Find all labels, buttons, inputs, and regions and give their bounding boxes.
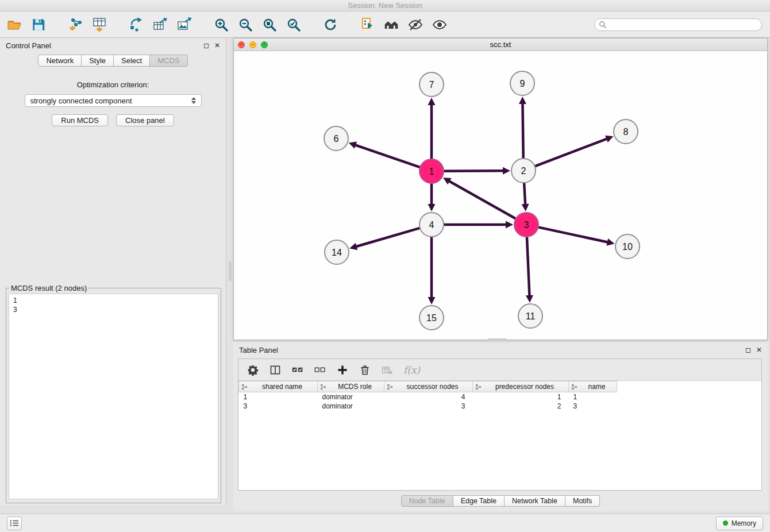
- graph-edge-2-3[interactable]: [524, 183, 525, 206]
- graph-node-label: 7: [429, 80, 434, 90]
- search-input[interactable]: [610, 21, 757, 29]
- select-all-columns-icon[interactable]: [291, 364, 304, 376]
- close-table-panel-icon[interactable]: ✕: [756, 346, 762, 353]
- table-panel-title: Table Panel: [239, 346, 278, 354]
- column-header-name[interactable]: name: [569, 381, 617, 392]
- table-cell: 4: [384, 392, 473, 402]
- tab-style[interactable]: Style: [82, 55, 114, 67]
- unselect-all-columns-icon[interactable]: [314, 364, 326, 376]
- export-network-icon[interactable]: [128, 16, 145, 33]
- window-title: Session: New Session: [348, 1, 422, 10]
- graph-node-11[interactable]: 11: [518, 304, 542, 328]
- function-builder-icon[interactable]: f(x): [403, 364, 420, 376]
- mcds-result-textarea[interactable]: 1 3: [9, 294, 218, 499]
- graph-node-label: 8: [623, 127, 629, 137]
- column-header-successor-nodes[interactable]: successor nodes: [384, 381, 473, 392]
- show-graphics-details-icon[interactable]: [431, 16, 448, 33]
- export-table-icon[interactable]: [152, 16, 169, 33]
- graph-edge-1-2[interactable]: [444, 171, 505, 171]
- network-canvas-area[interactable]: 7968124314101511: [234, 51, 767, 340]
- graph-edge-3-1[interactable]: [448, 180, 515, 218]
- maximize-window-icon[interactable]: +: [261, 41, 268, 48]
- hide-graphics-details-icon[interactable]: [407, 16, 424, 33]
- graph-node-15[interactable]: 15: [419, 306, 444, 330]
- float-table-panel-icon[interactable]: ◻: [745, 346, 751, 353]
- vertical-splitter-grip[interactable]: [229, 261, 232, 281]
- optimization-criterion-select[interactable]: strongly connected component: [25, 94, 202, 107]
- zoom-fit-content-icon[interactable]: [261, 16, 278, 33]
- column-header-predecessor-nodes[interactable]: predecessor nodes: [473, 381, 569, 392]
- network-view-window: scc.txt × − + 7968124314101511: [233, 38, 768, 340]
- zoom-out-icon[interactable]: [237, 16, 254, 33]
- window-titlebar: Session: New Session: [0, 0, 770, 11]
- column-type-icon: [571, 384, 578, 390]
- graph-node-1[interactable]: 1: [419, 159, 444, 183]
- close-panel-button[interactable]: Close panel: [116, 114, 174, 126]
- horizontal-splitter-grip[interactable]: [487, 338, 507, 341]
- save-session-icon[interactable]: [30, 16, 47, 33]
- tab-edge-table[interactable]: Edge Table: [453, 495, 505, 507]
- tab-mcds[interactable]: MCDS: [150, 55, 187, 67]
- close-window-icon[interactable]: ×: [238, 41, 245, 48]
- tab-node-table[interactable]: Node Table: [401, 495, 453, 507]
- tab-network[interactable]: Network: [38, 55, 82, 67]
- open-file-icon[interactable]: [6, 16, 23, 33]
- refresh-view-icon[interactable]: [322, 16, 339, 33]
- tab-select[interactable]: Select: [114, 55, 150, 67]
- node-table-wrap: shared name MCDS role successor nodes pr…: [238, 381, 761, 490]
- graph-node-14[interactable]: 14: [325, 240, 349, 264]
- import-table-from-file-icon[interactable]: [91, 16, 108, 33]
- graph-edge-3-10[interactable]: [539, 228, 609, 242]
- graph-edge-4-14[interactable]: [355, 228, 419, 247]
- minimize-window-icon[interactable]: −: [249, 41, 256, 48]
- tab-motifs[interactable]: Motifs: [565, 495, 600, 507]
- graph-node-4[interactable]: 4: [419, 213, 444, 237]
- graph-edge-1-6[interactable]: [354, 145, 419, 167]
- delete-column-icon[interactable]: [359, 364, 371, 376]
- graph-node-8[interactable]: 8: [614, 119, 638, 144]
- graph-node-label: 4: [429, 220, 434, 230]
- graph-node-6[interactable]: 6: [324, 126, 348, 151]
- table-row[interactable]: 3dominator323: [239, 402, 617, 411]
- import-network-from-file-icon[interactable]: [67, 16, 84, 33]
- zoom-selected-icon[interactable]: [285, 16, 302, 33]
- graph-node-9[interactable]: 9: [510, 71, 534, 95]
- table-cell: dominator: [318, 392, 384, 402]
- column-type-icon: [320, 384, 326, 390]
- select-arrows-icon: [191, 97, 196, 104]
- graph-edge-3-11[interactable]: [527, 237, 530, 297]
- add-column-icon[interactable]: [336, 364, 349, 376]
- close-panel-icon[interactable]: ✕: [214, 42, 220, 49]
- optimization-criterion-value: strongly connected component: [30, 97, 132, 105]
- graph-edge-2-8[interactable]: [536, 138, 609, 166]
- column-header-mcds-role[interactable]: MCDS role: [318, 381, 384, 392]
- network-window-titlebar[interactable]: scc.txt × − +: [234, 38, 767, 51]
- list-icon: [10, 519, 19, 527]
- memory-status-icon: [723, 521, 728, 526]
- graph-node-3[interactable]: 3: [514, 213, 538, 237]
- graph-edge-2-9[interactable]: [522, 102, 523, 158]
- column-selector-icon[interactable]: [269, 364, 282, 376]
- export-image-icon[interactable]: [176, 16, 193, 33]
- copy-current-network-icon[interactable]: [359, 16, 376, 33]
- memory-button[interactable]: Memory: [716, 516, 763, 530]
- graph-node-label: 6: [334, 134, 339, 144]
- table-cell: 3: [384, 402, 473, 411]
- network-canvas[interactable]: 7968124314101511: [234, 51, 767, 340]
- graph-edge-arrowhead: [522, 204, 529, 211]
- column-header-shared-name[interactable]: shared name: [239, 381, 318, 392]
- global-search-field[interactable]: [594, 18, 762, 31]
- graph-node-2[interactable]: 2: [511, 159, 536, 183]
- run-mcds-button[interactable]: Run MCDS: [52, 114, 108, 126]
- table-settings-gear-icon[interactable]: [247, 364, 259, 376]
- graph-node-7[interactable]: 7: [419, 72, 444, 97]
- graph-node-10[interactable]: 10: [615, 234, 640, 259]
- status-menu-button[interactable]: [7, 516, 22, 530]
- control-panel-header: Control Panel ◻ ✕: [0, 38, 226, 53]
- tab-network-table[interactable]: Network Table: [505, 495, 565, 507]
- table-row[interactable]: 1dominator411: [239, 392, 617, 402]
- zoom-in-icon[interactable]: [213, 16, 230, 33]
- float-panel-icon[interactable]: ◻: [203, 42, 209, 49]
- show-all-nested-networks-icon[interactable]: [383, 16, 400, 33]
- delete-table-icon[interactable]: [381, 364, 394, 376]
